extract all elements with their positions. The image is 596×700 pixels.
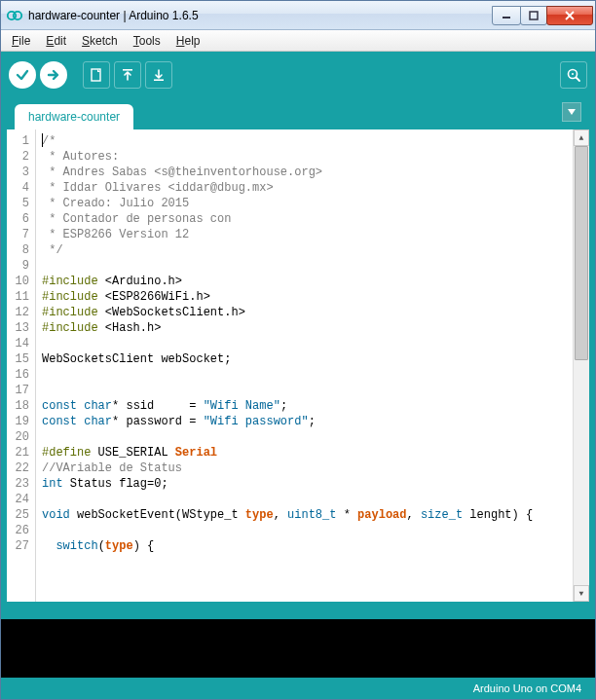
menubar: File Edit Sketch Tools Help bbox=[1, 30, 595, 52]
code-line[interactable]: const char* password = "Wifi password"; bbox=[42, 414, 583, 429]
code-line[interactable]: * Creado: Julio 2015 bbox=[42, 196, 583, 211]
code-line[interactable]: #include <WebSocketsClient.h> bbox=[42, 305, 583, 320]
verify-button[interactable] bbox=[9, 61, 36, 89]
code-line[interactable]: #include <Hash.h> bbox=[42, 320, 583, 336]
svg-rect-2 bbox=[503, 17, 510, 18]
line-number: 20 bbox=[7, 429, 29, 445]
line-number: 27 bbox=[7, 538, 29, 554]
scroll-thumb[interactable] bbox=[575, 146, 588, 360]
line-number: 25 bbox=[7, 507, 29, 523]
tab-menu-button[interactable] bbox=[562, 102, 581, 122]
line-number: 16 bbox=[7, 367, 29, 383]
line-number: 3 bbox=[7, 165, 29, 180]
menu-edit[interactable]: Edit bbox=[39, 32, 73, 50]
line-number: 6 bbox=[7, 211, 29, 227]
minimize-button[interactable] bbox=[492, 6, 521, 25]
save-button[interactable] bbox=[145, 61, 172, 89]
code-line[interactable] bbox=[42, 367, 583, 383]
line-number: 8 bbox=[7, 242, 29, 258]
line-number: 26 bbox=[7, 523, 29, 538]
line-gutter: 1234567891011121314151617181920212223242… bbox=[7, 129, 36, 602]
close-button[interactable] bbox=[546, 6, 593, 25]
code-line[interactable]: * Contador de personas con bbox=[42, 211, 583, 227]
svg-rect-5 bbox=[123, 69, 132, 71]
vertical-scrollbar[interactable]: ▲ ▼ bbox=[573, 129, 589, 602]
line-number: 2 bbox=[7, 149, 29, 165]
svg-rect-6 bbox=[154, 79, 164, 81]
console-output[interactable] bbox=[1, 619, 595, 678]
line-number: 15 bbox=[7, 351, 29, 367]
tabbar: hardware-counter bbox=[1, 98, 595, 129]
upload-button[interactable] bbox=[40, 61, 67, 89]
text-cursor bbox=[42, 133, 43, 147]
line-number: 19 bbox=[7, 414, 29, 429]
code-line[interactable] bbox=[42, 429, 583, 445]
line-number: 5 bbox=[7, 196, 29, 211]
scroll-up-button[interactable]: ▲ bbox=[574, 129, 589, 146]
code-editor[interactable]: 1234567891011121314151617181920212223242… bbox=[7, 129, 589, 602]
svg-point-8 bbox=[572, 73, 574, 75]
code-line[interactable]: #include <ESP8266WiFi.h> bbox=[42, 289, 583, 305]
line-number: 10 bbox=[7, 274, 29, 289]
window-title: hardware-counter | Arduino 1.6.5 bbox=[28, 9, 493, 22]
line-number: 1 bbox=[7, 133, 29, 149]
code-line[interactable]: //VAriable de Status bbox=[42, 461, 583, 476]
code-line[interactable]: #define USE_SERIAL Serial bbox=[42, 445, 583, 461]
toolbar bbox=[1, 52, 595, 98]
board-status: Arduino Uno on COM4 bbox=[473, 682, 581, 694]
code-line[interactable] bbox=[42, 383, 583, 398]
titlebar[interactable]: hardware-counter | Arduino 1.6.5 bbox=[1, 1, 595, 30]
maximize-button[interactable] bbox=[520, 6, 547, 25]
code-line[interactable] bbox=[42, 492, 583, 507]
status-divider bbox=[1, 602, 595, 619]
line-number: 17 bbox=[7, 383, 29, 398]
line-number: 9 bbox=[7, 258, 29, 274]
line-number: 14 bbox=[7, 336, 29, 351]
menu-file[interactable]: File bbox=[5, 32, 37, 50]
code-line[interactable]: void webSocketEvent(WStype_t type, uint8… bbox=[42, 507, 583, 523]
line-number: 11 bbox=[7, 289, 29, 305]
line-number: 22 bbox=[7, 461, 29, 476]
line-number: 23 bbox=[7, 476, 29, 492]
serial-monitor-button[interactable] bbox=[560, 61, 587, 89]
scroll-down-button[interactable]: ▼ bbox=[574, 585, 589, 602]
window-buttons bbox=[493, 6, 593, 25]
menu-sketch[interactable]: Sketch bbox=[75, 32, 125, 50]
menu-help[interactable]: Help bbox=[169, 32, 207, 50]
code-line[interactable]: int Status flag=0; bbox=[42, 476, 583, 492]
code-line[interactable]: WebSocketsClient webSocket; bbox=[42, 351, 583, 367]
code-line[interactable]: * Iddar Olivares <iddar@dbug.mx> bbox=[42, 180, 583, 196]
code-line[interactable] bbox=[42, 336, 583, 351]
svg-point-1 bbox=[14, 11, 21, 18]
code-line[interactable]: /* bbox=[42, 133, 583, 149]
statusbar: Arduino Uno on COM4 bbox=[1, 678, 595, 699]
menu-tools[interactable]: Tools bbox=[127, 32, 168, 50]
arduino-icon bbox=[7, 8, 22, 23]
svg-rect-3 bbox=[530, 12, 538, 19]
app-window: hardware-counter | Arduino 1.6.5 File Ed… bbox=[0, 0, 596, 700]
line-number: 21 bbox=[7, 445, 29, 461]
code-line[interactable]: * ESP8266 Version 12 bbox=[42, 227, 583, 242]
code-line[interactable] bbox=[42, 258, 583, 274]
line-number: 13 bbox=[7, 320, 29, 336]
line-number: 18 bbox=[7, 398, 29, 414]
code-line[interactable]: * Andres Sabas <s@theinventorhouse.org> bbox=[42, 165, 583, 180]
code-line[interactable]: * Autores: bbox=[42, 149, 583, 165]
code-line[interactable]: switch(type) { bbox=[42, 538, 583, 554]
code-line[interactable]: */ bbox=[42, 242, 583, 258]
code-line[interactable]: #include <Arduino.h> bbox=[42, 274, 583, 289]
open-button[interactable] bbox=[114, 61, 141, 89]
code-line[interactable] bbox=[42, 523, 583, 538]
code-line[interactable]: const char* ssid = "Wifi Name"; bbox=[42, 398, 583, 414]
line-number: 7 bbox=[7, 227, 29, 242]
code-area[interactable]: /* * Autores: * Andres Sabas <s@theinven… bbox=[36, 129, 589, 602]
line-number: 4 bbox=[7, 180, 29, 196]
line-number: 12 bbox=[7, 305, 29, 320]
new-button[interactable] bbox=[83, 61, 110, 89]
line-number: 24 bbox=[7, 492, 29, 507]
editor-wrap: 1234567891011121314151617181920212223242… bbox=[1, 129, 595, 602]
tab-active[interactable]: hardware-counter bbox=[15, 104, 133, 129]
scroll-track[interactable] bbox=[574, 146, 589, 585]
